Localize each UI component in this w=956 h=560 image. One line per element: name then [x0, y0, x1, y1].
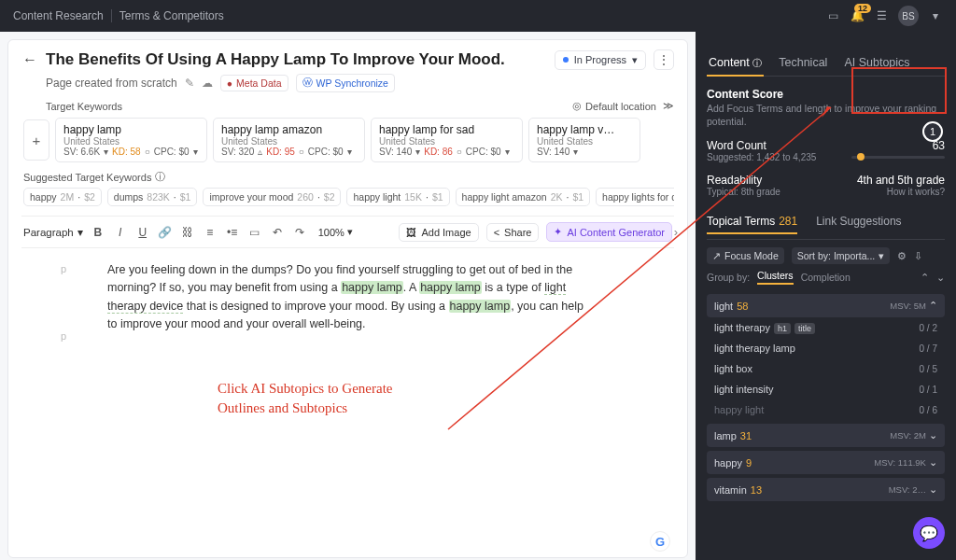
editor-toolbar: Paragraph ▾ B I U 🔗 ⛓ ≡ •≡ ▭ ↶ ↷ 100% ▾ …: [21, 216, 674, 248]
cloud-icon[interactable]: ☁: [202, 77, 213, 90]
suggested-chip[interactable]: dumps823K·$1: [107, 188, 198, 206]
keyword-card[interactable]: happy lamp United States SV: 6.6K▾KD: 58…: [55, 118, 207, 162]
target-kw-label: Target Keywords: [46, 101, 122, 112]
italic-icon[interactable]: I: [113, 226, 128, 239]
term-row[interactable]: light therapyh1title0 / 2: [707, 317, 945, 338]
paragraph-select[interactable]: Paragraph ▾: [23, 226, 83, 239]
zoom-select[interactable]: 100% ▾: [318, 226, 353, 238]
export-icon[interactable]: ⇩: [914, 250, 922, 262]
underline-icon[interactable]: U: [135, 226, 150, 239]
ai-content-generator-button[interactable]: ✦ AI Content Generator: [546, 222, 672, 242]
collapse-icon[interactable]: ⌃: [921, 272, 929, 284]
keyword-card[interactable]: happy lamp amazon United States SV: 320▵…: [213, 118, 365, 162]
keyword-card[interactable]: happy lamp v… United States SV: 140▾: [528, 118, 640, 162]
location-select[interactable]: ◎ Default location ≫: [572, 100, 674, 112]
step-indicator: 1: [922, 121, 943, 142]
focus-mode-button[interactable]: ↗ Focus Mode: [707, 247, 784, 264]
sort-select[interactable]: Sort by: Importa... ▾: [792, 247, 890, 264]
share-button[interactable]: < Share: [486, 223, 540, 242]
subtab-link-suggestions[interactable]: Link Suggestions: [816, 210, 901, 239]
suggested-chip[interactable]: happy2M·$2: [23, 188, 102, 206]
word-count-label: Word Count: [707, 139, 816, 152]
chevron-right-icon[interactable]: ›: [674, 225, 678, 239]
sliders-icon[interactable]: ☰: [874, 8, 889, 23]
rect-icon[interactable]: ▭: [247, 226, 262, 239]
suggested-chip[interactable]: happy lights for depression110: [596, 188, 674, 206]
breadcrumb-1[interactable]: Content Research: [13, 9, 104, 22]
groupby-label: Group by:: [707, 272, 750, 283]
readability-label: Readability: [707, 174, 780, 187]
term-list: light58MSV: 5M ⌃ light therapyh1title0 /…: [707, 290, 945, 501]
tab-ai-subtopics[interactable]: AI Subtopics: [842, 50, 911, 76]
suggested-chip[interactable]: happy light15K·$1: [346, 188, 449, 206]
editor-card: ← The Benefits Of Using A Happy Lamp To …: [7, 39, 688, 558]
unlink-icon[interactable]: ⛓: [180, 226, 195, 239]
term-cluster-header[interactable]: lamp31MSV: 2M ⌄: [707, 424, 945, 447]
word-count-slider[interactable]: [851, 156, 945, 159]
groupby-clusters[interactable]: Clusters: [757, 270, 794, 285]
groupby-completion[interactable]: Completion: [801, 272, 851, 283]
tab-technical[interactable]: Technical: [777, 50, 829, 76]
undo-icon[interactable]: ↶: [270, 226, 285, 239]
paragraph-mark: p: [61, 263, 66, 274]
chevron-down-icon[interactable]: ▾: [928, 8, 943, 23]
status-select[interactable]: In Progress▾: [555, 50, 646, 70]
redo-icon[interactable]: ↷: [292, 226, 307, 239]
page-title: The Benefits Of Using A Happy Lamp To Im…: [46, 50, 547, 69]
suggested-chip[interactable]: improve your mood260·$2: [203, 188, 341, 206]
paragraph-mark: p: [61, 330, 66, 342]
term-row[interactable]: light intensity0 / 1: [707, 379, 945, 399]
bell-icon[interactable]: 🔔12: [850, 8, 865, 23]
term-cluster-header[interactable]: vitamin13MSV: 2… ⌄: [707, 478, 945, 501]
subtab-topical-terms[interactable]: Topical Terms281: [707, 210, 797, 239]
how-it-works-link[interactable]: How it works?: [857, 187, 945, 197]
link-icon[interactable]: 🔗: [158, 226, 173, 239]
readability-value: 4th and 5th grade: [857, 174, 945, 187]
content-score-sub: Add Focus Terms and length to improve yo…: [707, 103, 945, 128]
page-subtitle: Page created from scratch: [46, 77, 177, 90]
wp-sync-pill[interactable]: ⓦ WP Synchronize: [296, 74, 395, 92]
topbar: Content Research Terms & Competitors ▭ 🔔…: [0, 0, 956, 32]
breadcrumb-2[interactable]: Terms & Competitors: [120, 9, 224, 22]
editor-body[interactable]: p Are you feeling down in the dumps? Do …: [21, 261, 674, 560]
more-button[interactable]: ⋮: [654, 49, 674, 70]
term-row[interactable]: light box0 / 5: [707, 358, 945, 379]
content-score-label: Content Score: [707, 88, 945, 101]
gear-icon[interactable]: ⚙: [897, 250, 907, 262]
tab-content[interactable]: Content ⓘ: [707, 50, 764, 76]
annotation-callout: Click AI Subtopics to GenerateOutlines a…: [218, 379, 655, 418]
readability-typical: Typical: 8th grade: [707, 187, 780, 197]
term-row[interactable]: happy light0 / 6: [707, 399, 945, 420]
list-ul-icon[interactable]: •≡: [225, 226, 240, 239]
term-cluster-header[interactable]: light58MSV: 5M ⌃: [707, 294, 945, 317]
avatar[interactable]: BS: [898, 6, 919, 26]
meta-data-pill[interactable]: ● Meta Data: [220, 75, 288, 91]
side-panel: Content ⓘ Technical AI Subtopics Content…: [696, 32, 956, 560]
back-arrow-icon[interactable]: ←: [21, 51, 38, 68]
term-row[interactable]: light therapy lamp0 / 7: [707, 338, 945, 358]
suggested-kw-label: Suggested Target Keywords ⓘ: [23, 170, 165, 184]
list-ol-icon[interactable]: ≡: [203, 226, 218, 239]
paragraph-1[interactable]: Are you feeling down in the dumps? Do yo…: [107, 261, 593, 334]
google-icon[interactable]: G: [650, 531, 670, 552]
suggested-chip[interactable]: happy light amazon2K·$1: [456, 188, 591, 206]
guide-icon[interactable]: ▭: [825, 8, 840, 23]
word-count-suggested: Suggested: 1,432 to 4,235: [707, 152, 816, 162]
bold-icon[interactable]: B: [91, 226, 105, 239]
term-cluster-header[interactable]: happy9MSV: 111.9K ⌄: [707, 451, 945, 474]
add-keyword-button[interactable]: +: [23, 119, 49, 161]
add-image-button[interactable]: 🖼 Add Image: [399, 223, 478, 242]
chat-bubble-icon[interactable]: 💬: [913, 517, 945, 549]
pencil-icon[interactable]: ✎: [185, 77, 194, 90]
expand-icon[interactable]: ⌄: [936, 272, 945, 284]
keyword-card[interactable]: happy lamp for sad United States SV: 140…: [371, 118, 523, 162]
